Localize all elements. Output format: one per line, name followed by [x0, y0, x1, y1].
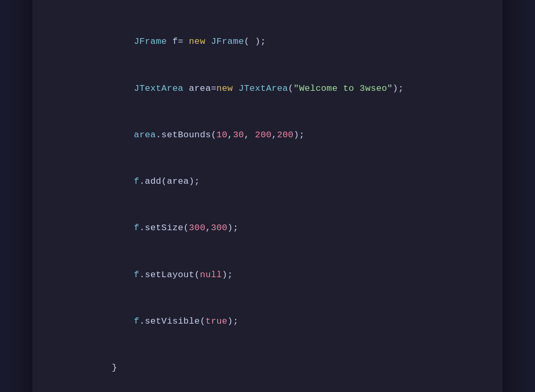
code-line-4: TextAreaExample( ){: [51, 0, 484, 19]
code-line-5: JFrame f= new JFrame( );: [51, 19, 484, 65]
code-window: import javax.swing.*; public class TextA…: [32, 0, 503, 392]
code-line-9: f.setSize(300,300);: [51, 205, 484, 252]
code-line-6: JTextArea area=new JTextArea("Welcome to…: [51, 65, 484, 112]
code-line-10: f.setLayout(null);: [51, 252, 484, 298]
code-line-12: }: [51, 345, 484, 391]
code-line-11: f.setVisible(true);: [51, 298, 484, 345]
code-line-8: f.add(area);: [51, 158, 484, 205]
code-line-7: area.setBounds(10,30, 200,200);: [51, 112, 484, 158]
code-editor: import javax.swing.*; public class TextA…: [32, 0, 503, 392]
